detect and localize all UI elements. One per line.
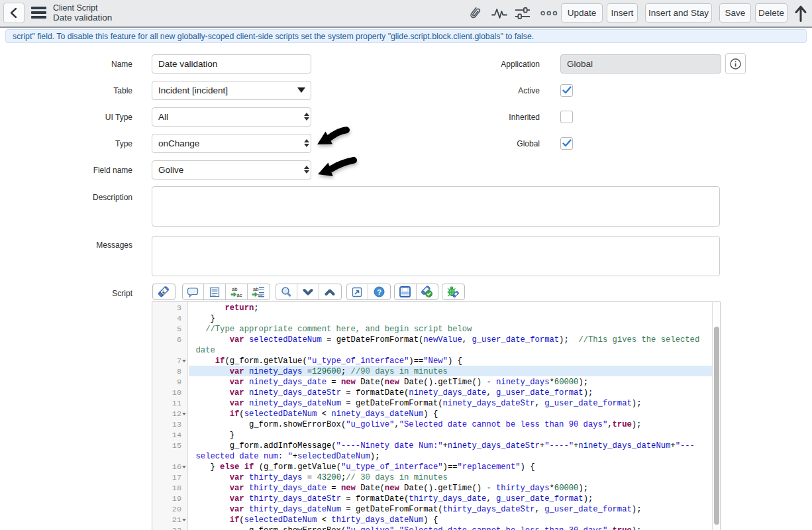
svg-text:ac: ac: [237, 292, 242, 298]
svg-text:?: ?: [377, 288, 381, 296]
